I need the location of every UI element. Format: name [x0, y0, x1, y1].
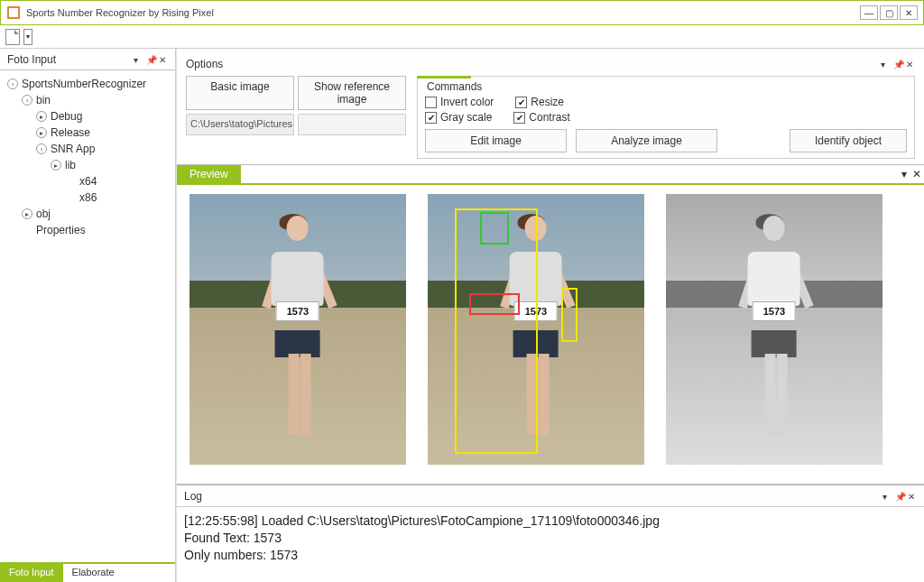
tree-item[interactable]: x86	[4, 189, 171, 206]
tree-item-label: obj	[36, 208, 51, 220]
preview-area: 1573 1573 1573	[177, 185, 924, 485]
close-panel-icon[interactable]: ✕	[908, 492, 917, 501]
detection-bib-box	[469, 293, 520, 315]
tree-item[interactable]: ›SportsNumberRecognizer	[4, 76, 171, 92]
tree-item-label: SNR App	[51, 143, 95, 155]
detection-side-box	[561, 288, 578, 342]
window-title: Sports Number Recognizer by Rising Pixel	[26, 7, 860, 18]
pin-icon[interactable]: 📌	[895, 492, 904, 501]
tree-item[interactable]: ›bin	[4, 92, 171, 108]
minimize-button[interactable]: —	[860, 5, 878, 20]
sidebar-tabs: Foto Input Elaborate	[0, 562, 175, 582]
expander-icon[interactable]: ▸	[51, 160, 61, 171]
sidebar: Foto Input ▾ 📌 ✕ ›SportsNumberRecognizer…	[0, 49, 176, 582]
close-button[interactable]: ✕	[900, 5, 918, 20]
path-textbox[interactable]: C:\Users\tatog\Pictures	[186, 114, 294, 135]
tree-item[interactable]: ▸Debug	[4, 108, 171, 125]
app-icon	[6, 5, 21, 20]
pin-icon[interactable]: 📌	[146, 55, 155, 64]
tree-item[interactable]: ▸lib	[4, 157, 171, 173]
close-panel-icon[interactable]: ✕	[159, 55, 168, 64]
expander-icon[interactable]: ›	[22, 95, 32, 106]
tree-item-label: x64	[79, 175, 97, 188]
tree-item-label: Debug	[51, 110, 82, 123]
dropdown-icon[interactable]: ▾	[881, 60, 890, 69]
expander-icon[interactable]: ›	[36, 143, 47, 154]
tree-item-label: Release	[51, 126, 90, 139]
tree-item-label: SportsNumberRecognizer	[22, 78, 146, 90]
tree-item-label: lib	[65, 159, 76, 171]
tab-elaborate[interactable]: Elaborate	[63, 564, 124, 582]
expander-icon[interactable]: ▸	[36, 111, 47, 122]
options-title: Options	[186, 58, 223, 70]
options-panel: Options ▾ 📌 ✕ Basic image Show reference…	[177, 49, 924, 165]
window-titlebar: Sports Number Recognizer by Rising Pixel…	[0, 0, 924, 25]
contrast-checkbox[interactable]: ✔Contrast	[513, 111, 569, 124]
tab-foto-input[interactable]: Foto Input	[0, 564, 63, 582]
analyze-image-button[interactable]: Analyze image	[576, 129, 717, 152]
preview-detection-image: 1573	[428, 194, 644, 465]
close-panel-icon[interactable]: ✕	[910, 165, 924, 183]
new-document-icon[interactable]	[5, 29, 20, 45]
svg-rect-1	[9, 8, 18, 17]
log-title: Log	[184, 490, 202, 503]
sidebar-title: Foto Input	[7, 53, 56, 66]
expander-icon[interactable]: ›	[7, 79, 18, 89]
edit-image-button[interactable]: Edit image	[425, 129, 567, 152]
pin-icon[interactable]: 📌	[893, 60, 902, 69]
gray-scale-checkbox[interactable]: ✔Gray scale	[425, 111, 492, 124]
commands-group: Commands Invert color ✔Resize ✔Gray scal…	[417, 76, 915, 159]
preview-grayscale-image: 1573	[666, 194, 882, 465]
identify-object-button[interactable]: Identify object	[790, 129, 907, 152]
log-panel: Log ▾ 📌 ✕ [12:25:55:98] Loaded C:\Users\…	[177, 485, 924, 582]
tree-item[interactable]: ▸Release	[4, 125, 171, 141]
preview-header: Preview ▾ ✕	[177, 165, 924, 185]
expander-icon[interactable]: ▸	[36, 127, 47, 138]
expander-icon	[65, 192, 76, 203]
close-panel-icon[interactable]: ✕	[906, 60, 915, 69]
toolbar: ▾	[0, 25, 924, 49]
bib-number-label: 1573	[276, 301, 319, 321]
tree-item-label: x86	[79, 191, 97, 204]
detection-body-box	[455, 208, 538, 454]
preview-original-image: 1573	[189, 194, 406, 465]
show-reference-button[interactable]: Show reference image	[298, 76, 406, 110]
toolbar-dropdown-icon[interactable]: ▾	[23, 29, 32, 45]
expander-icon	[65, 176, 76, 187]
expander-icon[interactable]: ▸	[22, 208, 32, 219]
detection-face-box	[480, 212, 509, 245]
expander-icon	[22, 225, 32, 236]
sidebar-header: Foto Input ▾ 📌 ✕	[0, 49, 175, 70]
invert-color-checkbox[interactable]: Invert color	[425, 96, 494, 108]
log-output[interactable]: [12:25:55:98] Loaded C:\Users\tatog\Pict…	[177, 507, 924, 582]
tree-item[interactable]: ▸obj	[4, 206, 171, 222]
tree-item-label: bin	[36, 94, 51, 106]
dropdown-icon[interactable]: ▾	[882, 492, 892, 501]
commands-legend: Commands	[425, 80, 907, 93]
basic-image-button[interactable]: Basic image	[186, 76, 294, 110]
folder-tree[interactable]: ›SportsNumberRecognizer›bin▸Debug▸Releas…	[0, 70, 175, 562]
tree-item[interactable]: Properties	[4, 222, 171, 238]
dropdown-icon[interactable]: ▾	[134, 55, 143, 64]
tree-item-label: Properties	[36, 224, 86, 236]
dropdown-icon[interactable]: ▾	[899, 165, 910, 183]
maximize-button[interactable]: ▢	[880, 5, 898, 20]
tree-item[interactable]: x64	[4, 173, 171, 189]
reference-path-textbox[interactable]	[298, 114, 406, 135]
tree-item[interactable]: ›SNR App	[4, 141, 171, 157]
resize-checkbox[interactable]: ✔Resize	[515, 96, 564, 108]
preview-tab[interactable]: Preview	[177, 165, 241, 183]
